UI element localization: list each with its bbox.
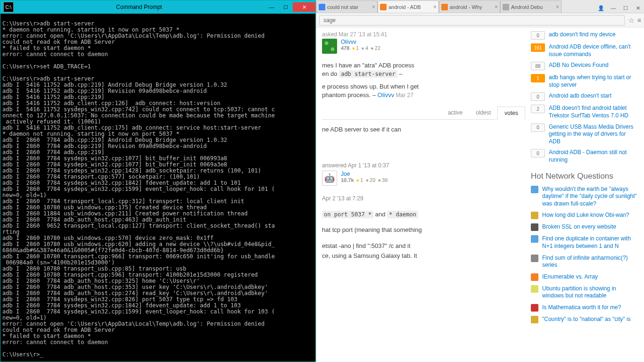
cmd-close-button[interactable]: ✕ (293, 2, 315, 12)
site-icon (531, 212, 538, 219)
hot-question: Is Mathematica worth it for me? (531, 304, 638, 312)
user-link[interactable]: Olivvv (341, 39, 380, 45)
chrome-close-button[interactable]: ✕ (632, 3, 644, 13)
comment: mes I have an "atra" ADB process en do a… (322, 61, 525, 78)
vote-count-badge: 0 (531, 149, 545, 157)
site-icon (531, 235, 538, 243)
vote-count-badge: 1 (531, 74, 545, 82)
favicon (503, 4, 509, 10)
site-icon (531, 255, 538, 262)
tab-close-icon[interactable]: × (495, 4, 498, 10)
favicon (380, 4, 387, 10)
site-icon (531, 304, 538, 312)
hot-link[interactable]: "Country" is to "national" as "city" is (542, 316, 631, 323)
avatar[interactable] (322, 39, 337, 54)
related-questions: 0adb doesn't find my device161Android AD… (531, 31, 638, 164)
related-link[interactable]: Android adb doesn't start (549, 92, 611, 100)
tab-close-icon[interactable]: × (372, 4, 375, 10)
answer-body: etstat -ano | find ":5037" /c and it (322, 242, 525, 250)
tab-close-icon[interactable]: × (556, 4, 559, 10)
related-link[interactable]: adb hangs when trying to start or stop s… (549, 74, 638, 89)
hot-question: "Country" is to "national" as "city" is (531, 316, 638, 323)
hot-questions: Why wouldn't the earth be "always daytim… (531, 186, 638, 323)
related-link[interactable]: adb doesn't find my device (549, 31, 616, 39)
hot-link[interactable]: Why wouldn't the earth be "always daytim… (542, 186, 638, 208)
tab-oldest[interactable]: oldest (469, 107, 497, 119)
so-sidebar: 0adb doesn't find my device161Android AD… (531, 27, 644, 362)
comment: e process shows up. But when I get phant… (322, 82, 525, 99)
browser-tab[interactable]: could not star× (316, 0, 378, 13)
site-icon (531, 316, 538, 323)
answer-body: ce, using a Samsung Galaxy tab. It (322, 252, 525, 260)
command-prompt-window: C:\ Command Prompt — ☐ ✕ C:\Users\r>adb … (0, 0, 316, 362)
user-link[interactable]: Joe (341, 171, 388, 177)
hot-question: IEnumerable vs. Array (531, 273, 638, 281)
related-link[interactable]: Generic USB Mass Media Drivers getting i… (549, 123, 638, 146)
vote-count-badge: 0 (531, 92, 545, 101)
user-link[interactable]: Olivvv (378, 91, 394, 99)
hot-link[interactable]: IEnumerable vs. Array (542, 273, 598, 281)
vote-count-badge: 161 (531, 43, 545, 52)
hot-question: Broken SSL on every website (531, 223, 638, 231)
hot-link[interactable]: Is Mathematica worth it for me? (542, 304, 621, 312)
hot-link[interactable]: Find sum of infinite anharmonic(?) serie… (542, 255, 638, 269)
tab-close-icon[interactable]: × (433, 4, 437, 10)
hot-link[interactable]: How long did Luke know Obi-wan? (542, 212, 629, 219)
chrome-tabstrip: could not star×android - ADB×android - W… (316, 0, 644, 13)
hot-question: Find sum of infinite anharmonic(?) serie… (531, 255, 638, 269)
chrome-address-bar: sage ☆ ≡ (316, 13, 644, 27)
chrome-user-button[interactable]: 👤 (595, 3, 607, 13)
chrome-window: could not star×android - ADB×android - W… (316, 0, 644, 362)
hot-question: How long did Luke know Obi-wan? (531, 212, 638, 219)
hot-link[interactable]: Ubuntu partition is showing in windows b… (542, 285, 638, 300)
answered-time: answered Apr 1 '13 at 0:37 (322, 162, 525, 169)
related-link[interactable]: ADB No Devices Found (549, 62, 609, 69)
hot-link[interactable]: Find one duplicate in container with N+1… (542, 235, 638, 250)
asked-time: asked Mar 27 '13 at 15:41 (322, 31, 525, 38)
user-rep: 10.7k 1 20 38 (341, 177, 388, 183)
cmd-minimize-button[interactable]: — (264, 2, 279, 12)
related-question: 161Android ADB device offline, can't iss… (531, 43, 638, 58)
answer-sort-tabs: active oldest votes (322, 107, 525, 120)
tab-active[interactable]: active (441, 107, 469, 119)
related-link[interactable]: Android ADB - Daemon still not running (549, 149, 638, 164)
related-question: 0Generic USB Mass Media Drivers getting … (531, 123, 638, 146)
cmd-icon: C:\ (3, 2, 14, 12)
site-icon (531, 186, 538, 193)
menu-icon[interactable]: ≡ (637, 16, 641, 24)
avatar[interactable]: 🤖 (322, 171, 337, 186)
user-rep: 478 1 4 22 (341, 45, 380, 51)
chrome-url-field[interactable]: sage (319, 15, 625, 25)
favicon (319, 4, 325, 10)
cmd-titlebar[interactable]: C:\ Command Prompt — ☐ ✕ (0, 0, 315, 14)
tab-title: could not star (327, 4, 370, 10)
hot-question: Ubuntu partition is showing in windows b… (531, 285, 638, 300)
star-icon[interactable]: ☆ (628, 16, 635, 24)
vote-count-badge: 88 (531, 62, 545, 70)
hot-link[interactable]: Broken SSL on every website (542, 223, 616, 231)
site-icon (531, 285, 538, 293)
related-question: 0Android ADB - Daemon still not running (531, 149, 638, 164)
answer-body: hat tcp port (meaning that something (322, 226, 525, 234)
favicon (441, 4, 448, 10)
tab-title: android - Why (450, 4, 493, 10)
cmd-output[interactable]: C:\Users\r>adb start-server * daemon not… (0, 14, 315, 359)
browser-tab[interactable]: android - Why× (439, 0, 500, 13)
page-content: asked Mar 27 '13 at 15:41 Olivvv 478 1 4… (316, 27, 644, 362)
cmd-title: Command Prompt (14, 4, 264, 10)
related-link[interactable]: ADB doesn't find android tablet Trekstor… (549, 105, 638, 119)
cmd-maximize-button[interactable]: ☐ (279, 2, 293, 12)
question-signature: asked Mar 27 '13 at 15:41 Olivvv 478 1 4… (322, 31, 525, 54)
browser-tab[interactable]: android - ADB× (378, 0, 439, 13)
chrome-minimize-button[interactable]: — (607, 3, 619, 13)
related-link[interactable]: Android ADB device offline, can't issue … (549, 43, 638, 58)
related-question: 1adb hangs when trying to start or stop … (531, 74, 638, 89)
chrome-maximize-button[interactable]: ☐ (619, 3, 632, 13)
tab-votes[interactable]: votes (497, 107, 525, 120)
hot-question: Find one duplicate in container with N+1… (531, 235, 638, 250)
related-question: 0adb doesn't find my device (531, 31, 638, 40)
related-question: 88ADB No Devices Found (531, 62, 638, 70)
answered-time: Apr 2 '13 at 7:29 (322, 195, 525, 202)
browser-tab[interactable]: Android Debu× (500, 0, 561, 13)
site-icon (531, 273, 538, 281)
